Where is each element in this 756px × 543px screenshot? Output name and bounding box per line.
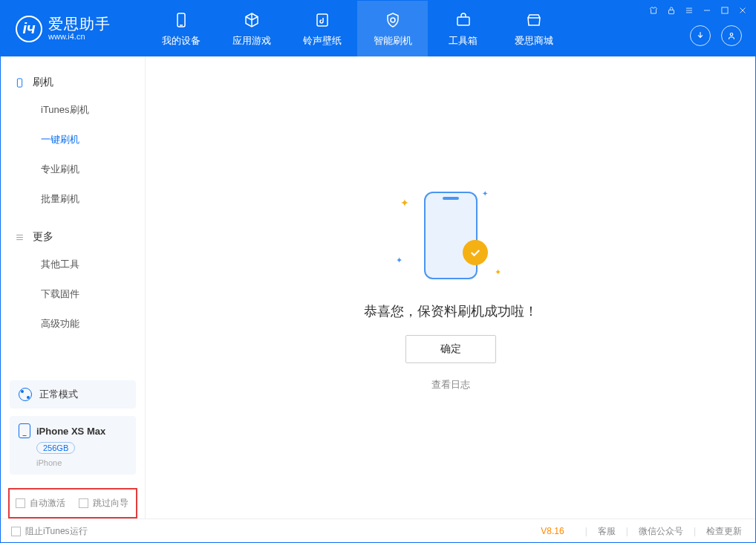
- device-mode-label: 正常模式: [39, 388, 78, 401]
- sidebar-group-flash: 刷机: [1, 70, 145, 95]
- nav-ringtone-wallpaper[interactable]: 铃声壁纸: [287, 1, 357, 56]
- nav-my-device[interactable]: 我的设备: [146, 1, 216, 56]
- mode-icon: [19, 388, 32, 401]
- menu-icon[interactable]: [682, 4, 696, 17]
- success-illustration: ✦ ✦ ✦ ✦: [391, 183, 510, 287]
- sidebar-group-label: 更多: [33, 230, 53, 244]
- sparkle-icon: ✦: [482, 189, 488, 198]
- sidebar-group-label: 刷机: [33, 76, 53, 89]
- separator: |: [585, 526, 587, 536]
- device-panel: 正常模式 iPhone XS Max 256GB iPhone: [10, 380, 136, 475]
- nav-label: 铃声壁纸: [303, 34, 342, 48]
- sparkle-icon: ✦: [495, 267, 501, 277]
- sidebar-item-onekey-flash[interactable]: 一键刷机: [1, 125, 145, 155]
- list-icon: [14, 232, 25, 243]
- phone-outline-icon: [14, 77, 25, 88]
- nav-label: 爱思商城: [515, 34, 553, 48]
- app-subtitle: www.i4.cn: [48, 32, 111, 41]
- checkbox-icon: [11, 527, 21, 536]
- cube-icon: [242, 10, 261, 30]
- separator: |: [694, 526, 696, 536]
- music-note-icon: [313, 10, 332, 30]
- separator: |: [626, 526, 628, 536]
- tshirt-icon[interactable]: [647, 4, 660, 17]
- checkbox-icon: [16, 498, 25, 508]
- checkbox-auto-activate[interactable]: 自动激活: [16, 497, 65, 510]
- device-phone-icon: [19, 423, 30, 438]
- svg-rect-3: [457, 17, 469, 25]
- checkmark-badge-icon: [463, 240, 488, 265]
- logo-text: 爱思助手 www.i4.cn: [48, 16, 111, 41]
- sidebar-item-batch-flash[interactable]: 批量刷机: [1, 184, 145, 214]
- checkbox-label: 自动激活: [30, 497, 65, 510]
- user-button[interactable]: [721, 25, 742, 46]
- svg-rect-2: [317, 14, 328, 26]
- phone-icon: [172, 10, 191, 30]
- checkbox-label: 阻止iTunes运行: [25, 525, 88, 538]
- download-button[interactable]: [690, 25, 711, 46]
- status-bar: 阻止iTunes运行 V8.16 | 客服 | 微信公众号 | 检查更新: [1, 518, 755, 543]
- logo-area: iч 爱思助手 www.i4.cn: [1, 16, 146, 42]
- app-header: iч 爱思助手 www.i4.cn 我的设备 应用游戏 铃声壁纸 智能刷机 工具…: [1, 1, 755, 56]
- sidebar: 刷机 iTunes刷机 一键刷机 专业刷机 批量刷机 更多 其他工具 下载固件 …: [1, 56, 146, 518]
- svg-rect-4: [669, 10, 674, 13]
- store-icon: [524, 10, 544, 30]
- check-update-link[interactable]: 检查更新: [703, 525, 745, 538]
- view-log-link[interactable]: 查看日志: [431, 378, 470, 391]
- sidebar-group-more: 更多: [1, 224, 145, 250]
- device-name: iPhone XS Max: [36, 426, 105, 437]
- svg-point-12: [730, 33, 733, 36]
- lock-icon[interactable]: [665, 4, 678, 17]
- window-controls: [647, 4, 749, 17]
- checkbox-label: 跳过向导: [93, 497, 128, 510]
- toolbox-icon: [454, 10, 473, 30]
- header-right-buttons: [690, 25, 742, 46]
- device-type: iPhone: [36, 458, 62, 467]
- nav-label: 我的设备: [162, 34, 201, 48]
- sidebar-item-advanced[interactable]: 高级功能: [1, 309, 145, 339]
- sidebar-item-itunes-flash[interactable]: iTunes刷机: [1, 95, 145, 125]
- main-nav: 我的设备 应用游戏 铃声壁纸 智能刷机 工具箱 爱思商城: [146, 1, 569, 56]
- app-logo-icon: iч: [16, 16, 42, 42]
- success-message: 恭喜您，保资料刷机成功啦！: [364, 302, 538, 320]
- minimize-icon[interactable]: [700, 4, 714, 17]
- phone-illustration-icon: [424, 192, 478, 279]
- svg-rect-13: [17, 78, 22, 86]
- body-area: 刷机 iTunes刷机 一键刷机 专业刷机 批量刷机 更多 其他工具 下载固件 …: [1, 56, 755, 518]
- app-title: 爱思助手: [48, 16, 111, 32]
- checkbox-block-itunes[interactable]: 阻止iTunes运行: [11, 525, 88, 538]
- main-content: ✦ ✦ ✦ ✦ 恭喜您，保资料刷机成功啦！ 确定 查看日志: [146, 56, 755, 518]
- nav-label: 工具箱: [449, 34, 478, 48]
- sidebar-item-other-tools[interactable]: 其他工具: [1, 250, 145, 279]
- sparkle-icon: ✦: [400, 197, 409, 209]
- nav-toolbox[interactable]: 工具箱: [428, 1, 498, 56]
- refresh-shield-icon: [383, 10, 403, 30]
- nav-store[interactable]: 爱思商城: [498, 1, 569, 56]
- nav-label: 智能刷机: [374, 34, 412, 48]
- maximize-icon[interactable]: [718, 4, 731, 17]
- nav-smart-flash[interactable]: 智能刷机: [357, 1, 428, 56]
- wechat-link[interactable]: 微信公众号: [636, 525, 686, 538]
- sidebar-item-pro-flash[interactable]: 专业刷机: [1, 155, 145, 184]
- device-capacity: 256GB: [36, 442, 75, 454]
- close-icon[interactable]: [736, 4, 749, 17]
- device-mode-row[interactable]: 正常模式: [10, 380, 136, 409]
- nav-label: 应用游戏: [232, 34, 271, 48]
- options-row-highlighted: 自动激活 跳过向导: [8, 488, 137, 518]
- device-info-row[interactable]: iPhone XS Max 256GB iPhone: [10, 416, 136, 475]
- version-label: V8.16: [541, 526, 564, 536]
- checkbox-icon: [79, 498, 88, 508]
- sparkle-icon: ✦: [396, 256, 403, 265]
- sidebar-item-download-firmware[interactable]: 下载固件: [1, 279, 145, 309]
- support-link[interactable]: 客服: [595, 525, 619, 538]
- ok-button[interactable]: 确定: [405, 335, 496, 363]
- svg-rect-9: [722, 7, 728, 13]
- checkbox-skip-guide[interactable]: 跳过向导: [79, 497, 128, 510]
- nav-apps-games[interactable]: 应用游戏: [216, 1, 287, 56]
